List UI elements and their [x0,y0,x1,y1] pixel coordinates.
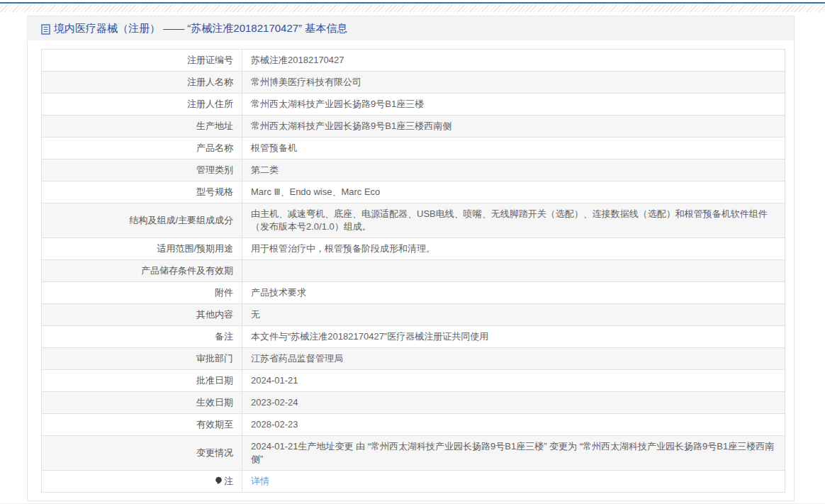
table-row: 生产地址 常州西太湖科技产业园长扬路9号B1座三楼西南侧 [42,116,785,138]
table-row: 变更情况 2024-01-21生产地址变更 由 “常州西太湖科技产业园长扬路9号… [42,436,785,471]
table-row: 结构及组成/主要组成成分 由主机、减速弯机、底座、电源适配器、USB电线、喷嘴、… [42,203,785,238]
row-value: 2023-02-24 [242,392,785,414]
table-row: 产品名称 根管预备机 [42,138,785,159]
row-label: 适用范围/预期用途 [42,238,242,260]
page-title: 境内医疗器械（注册） —— “苏械注准20182170427” 基本信息 [54,22,347,35]
row-value: 江苏省药品监督管理局 [242,348,785,370]
row-label: 产品储存条件及有效期 [42,260,242,282]
row-label: 其他内容 [42,304,242,326]
table-row: 注册人住所 常州西太湖科技产业园长扬路9号B1座三楼 [42,94,785,116]
row-label: 备注 [42,326,242,348]
registration-table: 注册证编号 苏械注准20182170427 注册人名称 常州博美医疗科技有限公司… [41,49,785,493]
table-row: 型号规格 Marc Ⅲ、Endo wise、Marc Eco [42,181,785,203]
row-label: 注册人名称 [42,72,242,94]
row-label: 注 [42,471,242,493]
hatched-border-strip [0,5,825,12]
row-label: 批准日期 [42,370,242,392]
bulb-icon [215,476,223,486]
row-label: 附件 [42,282,242,304]
note-label-text: 注 [224,476,233,486]
table-row: 备注 本文件与“苏械注准20182170427”医疗器械注册证共同使用 [42,326,785,348]
table-row: 注册人名称 常州博美医疗科技有限公司 [42,72,785,94]
row-value: 根管预备机 [242,138,785,159]
row-value: 本文件与“苏械注准20182170427”医疗器械注册证共同使用 [242,326,785,348]
table-row: 产品储存条件及有效期 [42,260,785,282]
top-blue-line [0,2,825,4]
row-label: 变更情况 [42,436,242,471]
row-value: 第二类 [242,159,785,181]
row-value: 详情 [242,471,785,493]
registration-info-card: 境内医疗器械（注册） —— “苏械注准20182170427” 基本信息 注册证… [27,16,795,501]
row-value: 由主机、减速弯机、底座、电源适配器、USB电线、喷嘴、无线脚踏开关（选配）、连接… [242,203,785,238]
table-row: 生效日期 2023-02-24 [42,392,785,414]
row-value: 产品技术要求 [242,282,785,304]
row-label: 结构及组成/主要组成成分 [42,203,242,238]
table-row: 有效期至 2028-02-23 [42,414,785,436]
row-value: 2024-01-21生产地址变更 由 “常州西太湖科技产业园长扬路9号B1座三楼… [242,436,785,471]
table-row-note: 注 详情 [42,471,785,493]
row-value: Marc Ⅲ、Endo wise、Marc Eco [242,181,785,203]
row-label: 注册证编号 [42,50,242,72]
table-wrapper: 注册证编号 苏械注准20182170427 注册人名称 常州博美医疗科技有限公司… [28,40,794,500]
table-row: 管理类别 第二类 [42,159,785,181]
table-row: 其他内容 无 [42,304,785,326]
table-row: 审批部门 江苏省药品监督管理局 [42,348,785,370]
row-label: 注册人住所 [42,94,242,116]
document-icon [41,24,50,35]
row-label: 产品名称 [42,138,242,159]
table-row: 注册证编号 苏械注准20182170427 [42,50,785,72]
row-label: 生产地址 [42,116,242,138]
row-value: 无 [242,304,785,326]
card-header: 境内医疗器械（注册） —— “苏械注准20182170427” 基本信息 [28,16,794,40]
row-value: 用于根管治疗中，根管预备阶段成形和清理。 [242,238,785,260]
row-label: 型号规格 [42,181,242,203]
row-value: 常州博美医疗科技有限公司 [242,72,785,94]
row-label: 审批部门 [42,348,242,370]
row-value: 常州西太湖科技产业园长扬路9号B1座三楼西南侧 [242,116,785,138]
row-label: 生效日期 [42,392,242,414]
row-label: 有效期至 [42,414,242,436]
row-value [242,260,785,282]
table-row: 批准日期 2024-01-21 [42,370,785,392]
row-value: 常州西太湖科技产业园长扬路9号B1座三楼 [242,94,785,116]
details-link[interactable]: 详情 [251,476,269,486]
table-row: 适用范围/预期用途 用于根管治疗中，根管预备阶段成形和清理。 [42,238,785,260]
row-value: 苏械注准20182170427 [242,50,785,72]
table-row: 附件 产品技术要求 [42,282,785,304]
row-label: 管理类别 [42,159,242,181]
row-value: 2024-01-21 [242,370,785,392]
row-value: 2028-02-23 [242,414,785,436]
